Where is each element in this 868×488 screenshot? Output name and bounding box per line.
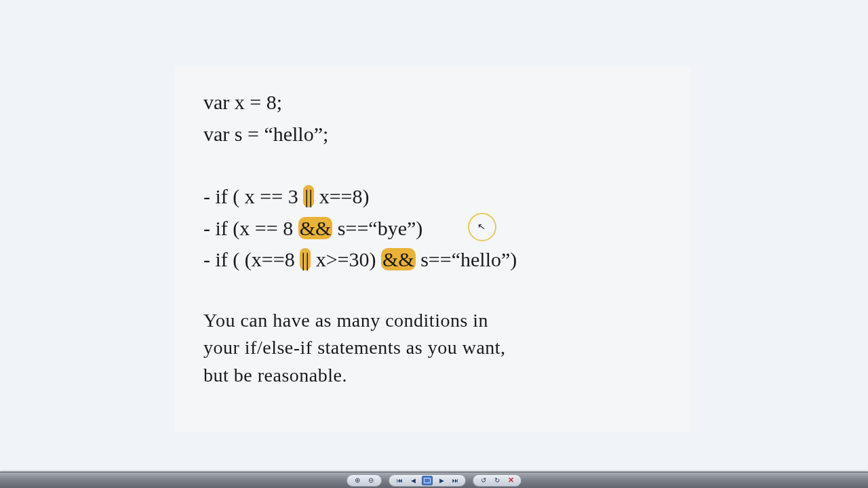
slide-content: var x = 8; var s = “hello”; - if ( x == … — [175, 66, 690, 432]
zoom-pod: ⊕ ⊖ — [347, 474, 382, 487]
nav-pod: ⏮ ◀ ▶ ⏭ — [389, 474, 466, 487]
prev-slide-button[interactable]: ◀ — [408, 476, 418, 485]
paragraph-line-2: your if/else-if statements as you want, — [203, 334, 662, 362]
text-pre: - if ( (x==8 — [203, 248, 300, 270]
text-pre: - if ( x == 3 — [203, 185, 303, 207]
text-post: x==8) — [314, 185, 369, 207]
highlight-or-1: || — [303, 185, 314, 207]
zoom-in-button[interactable]: ⊕ — [353, 476, 362, 485]
next-slide-button[interactable]: ▶ — [437, 476, 446, 485]
current-slide-indicator[interactable] — [422, 476, 433, 485]
bullet-line-1: - if ( x == 3 || x==8) — [203, 181, 662, 213]
paragraph-line-1: You can have as many conditions in — [203, 307, 662, 335]
redo-button[interactable]: ↻ — [492, 476, 502, 485]
paragraph-note: You can have as many conditions in your … — [203, 307, 662, 390]
first-slide-button[interactable]: ⏮ — [395, 476, 404, 485]
undo-button[interactable]: ↺ — [479, 476, 488, 485]
zoom-out-button[interactable]: ⊖ — [366, 476, 376, 485]
bullet-line-2: - if (x == 8 && s==“bye”) — [203, 213, 662, 245]
code-line-2: var s = “hello”; — [203, 119, 662, 150]
text-mid: x>=30) — [311, 248, 381, 270]
close-button[interactable]: ✕ — [506, 476, 515, 485]
presentation-taskbar: ⊕ ⊖ ⏮ ◀ ▶ ⏭ ↺ ↻ ✕ — [0, 472, 868, 488]
bullet-line-3: - if ( (x==8 || x>=30) && s==“hello”) — [203, 244, 662, 276]
highlight-and-1: && — [298, 217, 333, 239]
text-pre: - if (x == 8 — [203, 217, 298, 239]
highlight-or-2: || — [300, 248, 311, 270]
text-post: s==“hello”) — [416, 248, 517, 270]
last-slide-button[interactable]: ⏭ — [450, 476, 460, 485]
tools-pod: ↺ ↻ ✕ — [473, 474, 521, 487]
paragraph-line-3: but be reasonable. — [203, 362, 662, 390]
highlight-and-2: && — [381, 248, 416, 270]
code-line-1: var x = 8; — [203, 87, 662, 119]
text-post: s==“bye”) — [332, 217, 422, 239]
